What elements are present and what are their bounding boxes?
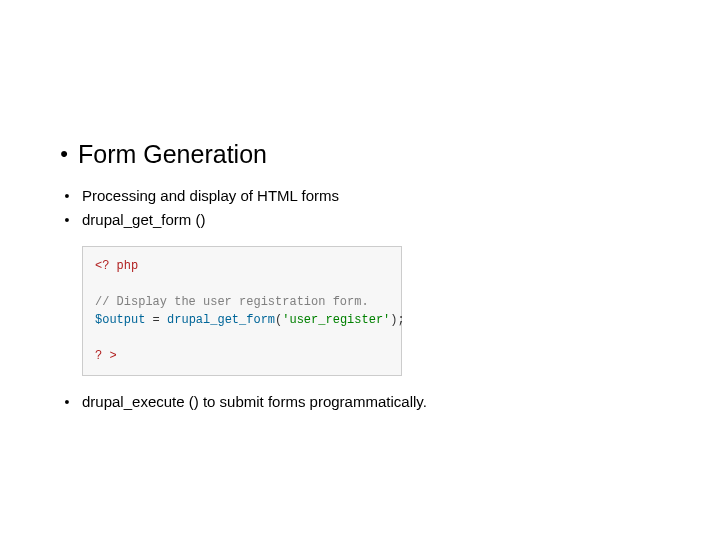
- main-bullet: • Form Generation: [50, 140, 670, 168]
- sub-text-2: drupal_get_form (): [82, 210, 205, 230]
- sub-bullet-1: • Processing and display of HTML forms: [50, 186, 670, 206]
- bullet-dot-icon: •: [50, 140, 78, 168]
- main-heading: Form Generation: [78, 140, 267, 168]
- bullet-dot-icon: •: [52, 186, 82, 206]
- code-var: $output: [95, 313, 145, 327]
- bullet-dot-icon: •: [52, 392, 82, 412]
- bullet-dot-icon: •: [52, 210, 82, 230]
- code-open-tag: <? php: [95, 259, 138, 273]
- code-close-tag: ? >: [95, 349, 117, 363]
- sub-text-3: drupal_execute () to submit forms progra…: [82, 392, 427, 412]
- code-arg: 'user_register': [282, 313, 390, 327]
- sub-bullet-2: • drupal_get_form (): [50, 210, 670, 230]
- code-eq: =: [145, 313, 167, 327]
- code-func: drupal_get_form: [167, 313, 275, 327]
- code-comment: // Display the user registration form.: [95, 295, 369, 309]
- sub-text-1: Processing and display of HTML forms: [82, 186, 339, 206]
- code-snippet: <? php // Display the user registration …: [82, 246, 402, 376]
- sub-bullet-3: • drupal_execute () to submit forms prog…: [50, 392, 670, 412]
- code-paren-close: );: [390, 313, 404, 327]
